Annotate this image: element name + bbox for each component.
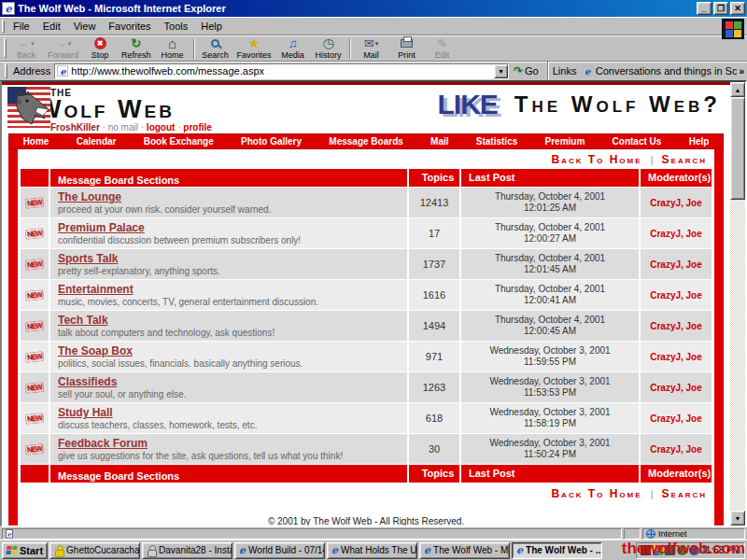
new-posts-icon: NEW <box>25 351 45 363</box>
section-link[interactable]: The Lounge <box>58 190 121 203</box>
section-link[interactable]: The Soap Box <box>58 344 133 357</box>
scrollbar-thumb[interactable] <box>730 97 745 200</box>
profile-link[interactable]: profile <box>183 122 212 133</box>
print-button[interactable]: Print <box>389 36 425 61</box>
logout-link[interactable]: logout <box>147 122 176 133</box>
section-description: pretty self-explanatory, anything sports… <box>58 266 220 276</box>
link-ie-icon: e <box>582 65 592 77</box>
search-button[interactable]: Search <box>198 36 233 61</box>
moderators[interactable]: CrazyJ, Joe <box>641 342 712 371</box>
start-button[interactable]: Start <box>2 542 48 559</box>
refresh-icon: ↻ <box>131 37 141 49</box>
toolbar-grip[interactable] <box>2 20 5 33</box>
scroll-up-icon[interactable]: ▲ <box>730 82 745 97</box>
menu-item[interactable]: Tools <box>158 19 195 34</box>
section-link[interactable]: Classifieds <box>58 375 117 388</box>
site-logo[interactable]: The Wolf Web FroshKiller · no mail · log… <box>7 87 212 133</box>
history-button[interactable]: ◷ History <box>311 36 346 61</box>
refresh-button[interactable]: ↻ Refresh <box>118 36 155 61</box>
back-dropdown-icon[interactable]: ▾ <box>31 37 35 49</box>
windows-logo-icon <box>6 546 17 554</box>
nav-link[interactable]: Photo Gallery <box>241 136 302 147</box>
moderators[interactable]: CrazyJ, Joe <box>641 372 712 402</box>
nav-link[interactable]: Mail <box>430 136 448 147</box>
toolbar-grip[interactable] <box>5 63 7 78</box>
address-dropdown-button[interactable]: ▼ <box>494 64 508 78</box>
mail-button[interactable]: ✉▾ Mail <box>354 36 389 61</box>
section-link[interactable]: Entertainment <box>58 283 134 296</box>
section-link[interactable]: Study Hall <box>58 406 113 419</box>
moderators[interactable]: CrazyJ, Joe <box>641 280 712 310</box>
go-arrow-icon: ↷ <box>514 64 523 77</box>
toolbar-grip[interactable] <box>4 38 7 59</box>
address-input[interactable]: e http://www.thewolfweb.com/message.aspx… <box>54 63 509 79</box>
favorites-button[interactable]: ★ Favorites <box>233 36 275 61</box>
menu-item[interactable]: Help <box>194 19 229 34</box>
taskbar-task-ie2[interactable]: e What Holds The Un... <box>327 542 417 559</box>
nav-link[interactable]: Message Boards <box>329 136 402 147</box>
nav-link[interactable]: Calendar <box>77 136 117 147</box>
moderators[interactable]: CrazyJ, Joe <box>641 218 712 248</box>
board-section-row: NEW Entertainment music, movies, concert… <box>21 280 712 310</box>
links-overflow-chevron[interactable]: » <box>739 66 744 77</box>
last-post-date: Wednesday, October 3, 2001 <box>489 407 610 418</box>
home-button[interactable]: ⌂ Home <box>155 36 190 61</box>
moderators[interactable]: CrazyJ, Joe <box>641 311 712 341</box>
close-button[interactable]: ✕ <box>730 2 745 15</box>
header-last-post: Last Post <box>461 169 639 187</box>
moderators[interactable]: CrazyJ, Joe <box>641 434 712 464</box>
back-to-home-link[interactable]: Back To Home <box>551 153 641 166</box>
forward-button[interactable]: →▾ Forward <box>44 36 82 61</box>
mail-dropdown-icon[interactable]: ▾ <box>375 37 379 49</box>
board-section-row: NEW The Lounge proceed at your own risk.… <box>21 188 712 217</box>
section-description: discuss teachers, classes, homework, tes… <box>58 420 257 430</box>
search-link[interactable]: Search <box>662 153 707 166</box>
section-link[interactable]: Feedback Forum <box>58 437 148 450</box>
nav-link[interactable]: Home <box>23 136 49 147</box>
section-link[interactable]: Tech Talk <box>58 314 108 327</box>
back-button[interactable]: ←▾ Back <box>8 36 44 61</box>
back-arrow-icon: ← <box>18 37 30 49</box>
nav-link[interactable]: Book Exchange <box>144 136 214 147</box>
taskbar-task-active[interactable]: e The Wolf Web - ... <box>512 542 602 559</box>
media-button[interactable]: ♫ Media <box>275 36 311 61</box>
search-link[interactable]: Search <box>662 487 707 500</box>
taskbar-task-aim[interactable]: GhettoCucaracha's ... <box>49 542 140 559</box>
edit-button[interactable]: ✎ Edit <box>425 36 460 61</box>
links-item[interactable]: e Conversations and things in Sc <box>582 65 737 77</box>
taskbar-task-im[interactable]: Davanita28 - Instant... <box>142 542 233 559</box>
last-post-date: Thursday, October 4, 2001 <box>495 253 605 264</box>
table-rows: NEW The Lounge proceed at your own risk.… <box>21 188 712 464</box>
taskbar-task-ie1[interactable]: e World Build - 07/14... <box>234 542 325 559</box>
username: FroshKiller <box>50 122 100 133</box>
vertical-scrollbar[interactable]: ▲ ▼ <box>730 82 745 525</box>
scroll-down-icon[interactable]: ▼ <box>730 511 745 525</box>
print-icon <box>401 39 413 48</box>
menu-item[interactable]: Edit <box>36 19 67 34</box>
stop-button[interactable]: ✖ Stop <box>82 36 118 61</box>
minimize-button[interactable]: _ <box>697 2 712 15</box>
go-button[interactable]: ↷ Go <box>509 64 543 77</box>
restore-button[interactable]: ❐ <box>713 2 728 15</box>
menu-item[interactable]: View <box>67 19 103 34</box>
nav-link[interactable]: Premium <box>545 136 585 147</box>
moderators[interactable]: CrazyJ, Joe <box>641 403 712 433</box>
nav-link[interactable]: Contact Us <box>613 136 662 147</box>
section-description: politics, social issues, financials. bas… <box>58 358 303 369</box>
moderators[interactable]: CrazyJ, Joe <box>641 188 712 217</box>
home-icon: ⌂ <box>168 37 176 49</box>
moderators[interactable]: CrazyJ, Joe <box>641 249 712 279</box>
back-to-home-link[interactable]: Back To Home <box>551 487 641 500</box>
tagline-like: LIKE <box>437 89 497 120</box>
menu-item[interactable]: File <box>7 19 36 34</box>
section-link[interactable]: Sports Talk <box>58 252 118 265</box>
taskbar-task-ie3[interactable]: e The Wolf Web - Mic... <box>419 542 510 559</box>
window-titlebar[interactable]: e The Wolf Web - Microsoft Internet Expl… <box>0 0 747 17</box>
nav-link[interactable]: Statistics <box>476 136 517 147</box>
nav-link[interactable]: Help <box>689 136 710 147</box>
menu-item[interactable]: Favorites <box>102 19 157 34</box>
ie-throbber-icon <box>722 19 744 39</box>
history-clock-icon: ◷ <box>322 37 333 49</box>
section-link[interactable]: Premium Palace <box>58 221 145 234</box>
forward-dropdown-icon[interactable]: ▾ <box>68 37 72 49</box>
